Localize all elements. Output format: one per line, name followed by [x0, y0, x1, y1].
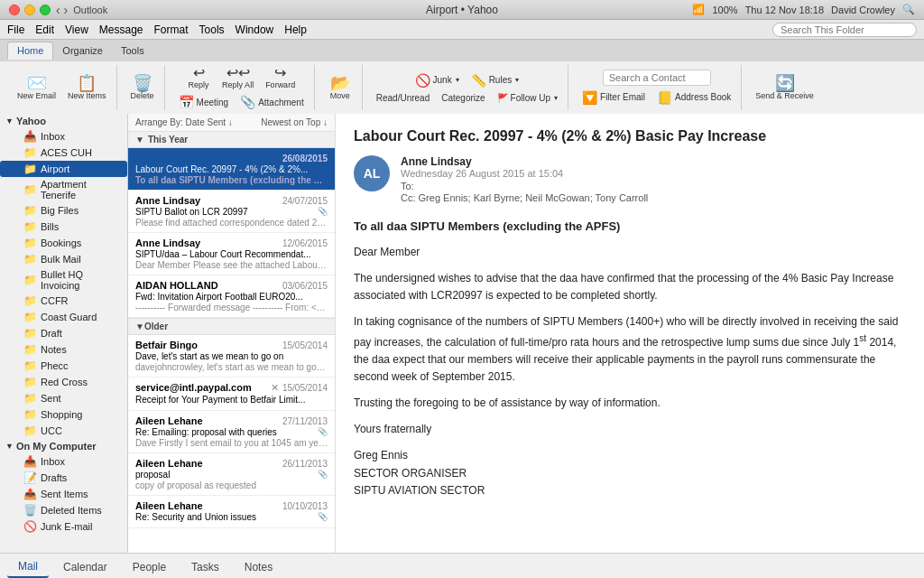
sidebar-item-sent[interactable]: 📁Sent [0, 390, 127, 406]
tab-mail[interactable]: Mail [7, 556, 49, 578]
new-email-button[interactable]: ✉️ New Email [13, 73, 60, 102]
message-item-5[interactable]: Betfair Bingo 15/05/2014 Dave, let's sta… [128, 335, 335, 378]
sidebar-item-shopping[interactable]: 📁Shopping [0, 406, 127, 423]
sidebar-item-bookings[interactable]: 📁Bookings [0, 235, 127, 251]
sidebar-item-aces-cuh[interactable]: 📁ACES CUH [0, 144, 127, 161]
msg-sender-5: Betfair Bingo [135, 340, 198, 350]
msg-preview-8: copy of proposal as requested [135, 480, 328, 490]
tab-tools[interactable]: Tools [112, 42, 153, 59]
close-button[interactable] [9, 5, 20, 15]
message-item-7[interactable]: Aileen Lehane 27/11/2013 Re: Emailing: p… [128, 411, 335, 453]
sidebar-item-phecc[interactable]: 📁Phecc [0, 358, 127, 374]
msg-preview-7: Dave Firstly I sent email to you at 1045… [135, 438, 328, 448]
user-name: David Crowley [831, 5, 895, 15]
search-icon[interactable]: 🔍 [902, 4, 915, 15]
menu-item-window[interactable]: Window [236, 23, 274, 36]
attachment-button[interactable]: 📎 Attachment [236, 93, 309, 111]
reply-all-button[interactable]: ↩↩ Reply All [217, 64, 258, 91]
msg-sender-9: Aileen Lehane [135, 500, 203, 511]
message-item-9[interactable]: Aileen Lehane 10/10/2013 Re: Security an… [128, 496, 335, 528]
minimize-button[interactable] [24, 5, 35, 15]
message-item-3[interactable]: Anne Lindsay 12/06/2015 SIPTU/daa – Labo… [128, 233, 335, 275]
msg-subject-7: Re: Emailing: proposal with queries 📎 [135, 427, 328, 437]
message-item-6[interactable]: service@intl.paypal.com ✕ 15/05/2014 Rec… [128, 378, 335, 411]
delete-msg-icon[interactable]: ✕ [271, 382, 279, 394]
sidebar-section-yahoo: ▼ Yahoo 📥Inbox 📁ACES CUH 📁Airport 📁Apart… [0, 114, 127, 439]
arrange-by[interactable]: Arrange By: Date Sent ↓ [135, 117, 233, 127]
msg-sender-3: Anne Lindsay [135, 238, 200, 248]
message-item-4[interactable]: AIDAN HOLLAND 03/06/2015 Fwd: Invitation… [128, 275, 335, 318]
tab-notes[interactable]: Notes [234, 557, 283, 577]
tab-organize[interactable]: Organize [53, 42, 112, 59]
message-item-1[interactable]: Anne Lindsay 26/08/2015 Labour Court Rec… [128, 148, 335, 191]
main-area: ▼ Yahoo 📥Inbox 📁ACES CUH 📁Airport 📁Apart… [0, 114, 924, 553]
msg-sender-1: Anne Lindsay [135, 153, 200, 163]
search-input[interactable] [772, 23, 917, 37]
categorize-button[interactable]: Categorize [437, 91, 489, 105]
menu-item-format[interactable]: Format [154, 23, 189, 36]
menu-item-edit[interactable]: Edit [35, 23, 54, 36]
email-para-3: Trusting the foregoing to be of assistan… [354, 395, 906, 412]
sidebar-item-sent-local[interactable]: 📤Sent Items [0, 486, 127, 502]
email-salutation: To all daa SIPTU Members (excluding the … [354, 218, 906, 237]
tab-people[interactable]: People [122, 557, 177, 577]
tab-home[interactable]: Home [7, 42, 53, 60]
menu-item-message[interactable]: Message [99, 23, 143, 36]
sidebar-item-bulk-mail[interactable]: 📁Bulk Mail [0, 251, 127, 267]
reply-button[interactable]: ↩ Reply [182, 64, 215, 91]
sidebar-item-red-cross[interactable]: 📁Red Cross [0, 374, 127, 390]
maximize-button[interactable] [40, 5, 51, 15]
sidebar-item-notes[interactable]: 📁Notes [0, 341, 127, 358]
meeting-button[interactable]: 📅 Meeting [174, 93, 234, 111]
menu-item-help[interactable]: Help [284, 23, 307, 36]
sidebar-item-airport[interactable]: 📁Airport [0, 161, 127, 177]
email-para-2: In taking cognisance of the numbers of S… [354, 313, 906, 386]
read-unread-button[interactable]: Read/Unread [372, 91, 434, 105]
address-book-button[interactable]: 📒 Address Book [652, 89, 735, 107]
sidebar-item-apartment-tenerife[interactable]: 📁Apartment Tenerife [0, 177, 127, 202]
new-items-button[interactable]: 📋 New Items [63, 73, 111, 102]
sidebar-item-inbox-local[interactable]: 📥Inbox [0, 453, 127, 470]
sidebar-header-on-my-computer[interactable]: ▼ On My Computer [0, 439, 127, 453]
sidebar-item-deleted-local[interactable]: 🗑️Deleted Items [0, 502, 127, 518]
sidebar-item-coast-guard[interactable]: 📁Coast Guard [0, 309, 127, 325]
email-signature: Greg Ennis SECTOR ORGANISER SIPTU AVIATI… [354, 447, 906, 499]
older-header[interactable]: ▼Older [128, 318, 335, 335]
email-body: To all daa SIPTU Members (excluding the … [354, 218, 906, 499]
forward-button[interactable]: ↪ Forward [261, 64, 300, 91]
move-button[interactable]: 📂 Move [324, 73, 356, 102]
ribbon-group-tags: 🚫 Junk▾ 📏 Rules▾ Read/Unread Categorize … [366, 65, 568, 110]
msg-subject-3: SIPTU/daa – Labour Court Recommendat... [135, 249, 328, 259]
menu-item-tools[interactable]: Tools [199, 23, 225, 36]
rules-button[interactable]: 📏 Rules▾ [467, 71, 524, 89]
message-item-8[interactable]: Aileen Lehane 26/11/2013 proposal 📎 copy… [128, 453, 335, 496]
nav-arrows[interactable]: ‹ › [56, 3, 68, 17]
newest-on-top[interactable]: Newest on Top ↓ [261, 117, 328, 127]
sidebar-header-yahoo[interactable]: ▼ Yahoo [0, 114, 127, 128]
sidebar-item-drafts-local[interactable]: 📝Drafts [0, 470, 127, 486]
filter-email-button[interactable]: 🔽 Filter Email [578, 89, 650, 107]
email-meta-details: Anne Lindsay Wednesday 26 August 2015 at… [401, 155, 906, 203]
junk-button[interactable]: 🚫 Junk▾ [411, 71, 464, 89]
tab-calendar[interactable]: Calendar [52, 557, 118, 577]
menu-item-file[interactable]: File [7, 23, 24, 36]
ribbon-content: ✉️ New Email 📋 New Items 🗑️ Delete ↩ Rep… [0, 61, 924, 114]
send-receive-button[interactable]: 🔄 Send & Receive [751, 73, 818, 102]
sidebar-item-inbox-yahoo[interactable]: 📥Inbox [0, 128, 127, 144]
year-header-this-year[interactable]: ▼This Year [128, 132, 335, 148]
menu-item-view[interactable]: View [65, 23, 88, 36]
tab-tasks[interactable]: Tasks [180, 557, 230, 577]
sidebar-item-bullet-hq[interactable]: 📁Bullet HQ Invoicing [0, 267, 127, 293]
msg-sender-2: Anne Lindsay [135, 195, 200, 206]
sidebar-item-ccfr[interactable]: 📁CCFR [0, 293, 127, 309]
sidebar-item-junk-local[interactable]: 🚫Junk E-mail [0, 518, 127, 535]
message-item-2[interactable]: Anne Lindsay 24/07/2015 SIPTU Ballot on … [128, 191, 335, 233]
follow-up-button[interactable]: 🚩 Follow Up▾ [493, 91, 562, 105]
sidebar-item-big-files[interactable]: 📁Big Files [0, 202, 127, 219]
delete-button[interactable]: 🗑️ Delete [126, 73, 159, 102]
search-contact-input[interactable] [603, 70, 711, 86]
sidebar-item-ucc[interactable]: 📁UCC [0, 423, 127, 439]
wifi-icon: 📶 [692, 4, 705, 15]
sidebar-item-bills[interactable]: 📁Bills [0, 219, 127, 235]
sidebar-item-draft[interactable]: 📁Draft [0, 325, 127, 341]
